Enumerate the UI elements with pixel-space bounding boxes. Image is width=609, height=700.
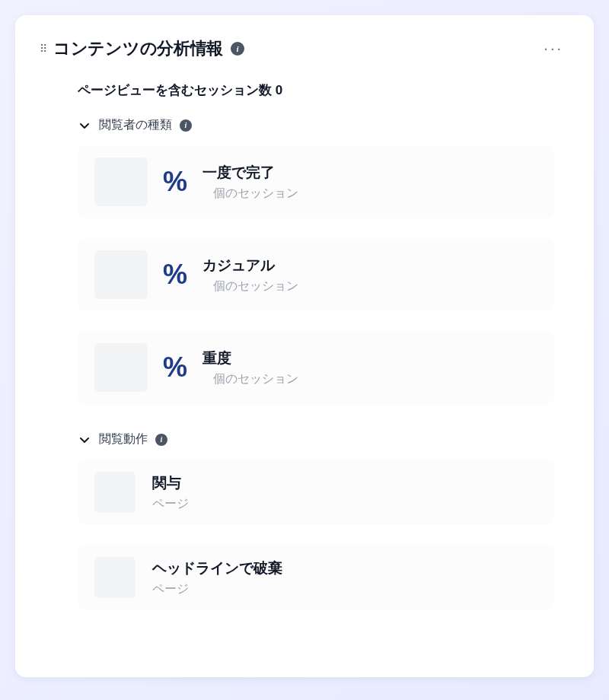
percent-value: % bbox=[163, 261, 187, 288]
behavior-section: 閲覧動作 i 関与 ページ ヘッドラインで破棄 ページ bbox=[78, 431, 554, 610]
chevron-down-icon bbox=[78, 433, 91, 447]
item-sub: 個のセッション bbox=[202, 278, 298, 294]
drag-handle-icon[interactable]: ⠿ bbox=[40, 43, 46, 54]
behavior-title: 閲覧動作 bbox=[99, 431, 148, 447]
item-label: 一度で完了 bbox=[202, 163, 298, 183]
sessions-value: 0 bbox=[276, 83, 282, 97]
analytics-card: ⠿ コンテンツの分析情報 i ··· ページビューを含むセッション数 0 閲覧者… bbox=[15, 15, 594, 677]
behavior-header[interactable]: 閲覧動作 i bbox=[78, 431, 554, 447]
chevron-down-icon bbox=[78, 119, 91, 132]
item-sub: 個のセッション bbox=[202, 371, 298, 387]
behavior-item[interactable]: 関与 ページ bbox=[78, 460, 554, 525]
reader-type-section: 閲覧者の種類 i % 一度で完了 個のセッション % カジュアル bbox=[78, 117, 554, 404]
item-sub: ページ bbox=[152, 496, 189, 512]
card-header: ⠿ コンテンツの分析情報 i ··· bbox=[40, 37, 569, 60]
session-summary: ページビューを含むセッション数 0 bbox=[78, 81, 554, 99]
item-text: カジュアル 個のセッション bbox=[202, 256, 298, 294]
reader-type-item[interactable]: % 一度で完了 個のセッション bbox=[78, 145, 554, 218]
item-text: 重度 個のセッション bbox=[202, 348, 298, 387]
more-menu-icon[interactable]: ··· bbox=[537, 37, 569, 60]
placeholder-icon bbox=[94, 250, 148, 299]
percent-value: % bbox=[163, 168, 187, 196]
reader-type-title: 閲覧者の種類 bbox=[99, 117, 172, 133]
percent-value: % bbox=[163, 354, 187, 381]
behavior-item[interactable]: ヘッドラインで破棄 ページ bbox=[78, 545, 554, 610]
item-label: カジュアル bbox=[202, 256, 298, 275]
sessions-label: ページビューを含むセッション数 bbox=[78, 83, 272, 97]
item-sub: ページ bbox=[152, 581, 282, 597]
card-content: ページビューを含むセッション数 0 閲覧者の種類 i % 一度で完了 個のセッシ… bbox=[40, 81, 569, 610]
info-icon[interactable]: i bbox=[180, 119, 192, 132]
reader-type-item[interactable]: % カジュアル 個のセッション bbox=[78, 238, 554, 311]
placeholder-icon bbox=[94, 557, 136, 598]
item-text: 関与 ページ bbox=[152, 473, 189, 512]
item-label: 重度 bbox=[202, 348, 298, 368]
item-sub: 個のセッション bbox=[202, 186, 298, 202]
item-text: 一度で完了 個のセッション bbox=[202, 163, 298, 202]
card-header-left: ⠿ コンテンツの分析情報 i bbox=[40, 37, 244, 60]
reader-type-header[interactable]: 閲覧者の種類 i bbox=[78, 117, 554, 133]
placeholder-icon bbox=[94, 343, 148, 392]
placeholder-icon bbox=[94, 158, 148, 206]
card-title: コンテンツの分析情報 bbox=[53, 37, 223, 60]
item-label: 関与 bbox=[152, 473, 189, 493]
info-icon[interactable]: i bbox=[155, 434, 167, 446]
item-label: ヘッドラインで破棄 bbox=[152, 558, 282, 578]
reader-type-items: % 一度で完了 個のセッション % カジュアル 個のセッション bbox=[78, 145, 554, 404]
info-icon[interactable]: i bbox=[231, 42, 244, 56]
placeholder-icon bbox=[94, 472, 136, 513]
reader-type-item[interactable]: % 重度 個のセッション bbox=[78, 331, 554, 404]
behavior-items: 関与 ページ ヘッドラインで破棄 ページ bbox=[78, 460, 554, 610]
item-text: ヘッドラインで破棄 ページ bbox=[152, 558, 282, 597]
